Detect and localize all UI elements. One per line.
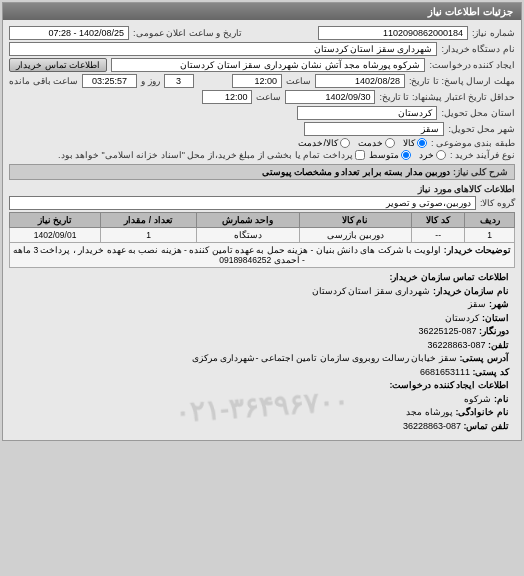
th-unit: واحد شمارش xyxy=(196,213,299,228)
process-radio-small[interactable]: خرد xyxy=(419,150,446,160)
items-section-title: اطلاعات کالاهای مورد نیاز xyxy=(9,184,515,194)
contact-post: 6681653111 xyxy=(420,367,470,377)
th-code: کد کالا xyxy=(411,213,464,228)
items-table: ردیف کد کالا نام کالا واحد شمارش تعداد /… xyxy=(9,212,515,268)
requester-name-label2: نام: xyxy=(494,394,509,404)
process-radio-medium[interactable]: متوسط xyxy=(369,150,411,160)
province-label: استان محل تحویل: xyxy=(441,108,515,118)
subject-radio-service-input[interactable] xyxy=(385,138,395,148)
contact-city-label: شهر: xyxy=(489,299,509,309)
need-title-label: شرح کلی نیاز: xyxy=(453,167,508,177)
subject-radio-both-input[interactable] xyxy=(340,138,350,148)
subject-radio-service[interactable]: خدمت xyxy=(358,138,395,148)
td-qty: 1 xyxy=(101,228,197,243)
td-code: -- xyxy=(411,228,464,243)
contact-fax: 087-36225125 xyxy=(418,326,476,336)
contact-org-label: نام سازمان خریدار: xyxy=(433,286,509,296)
city-label: شهر محل تحویل: xyxy=(448,124,515,134)
process-note-check[interactable]: پرداخت تمام یا بخشی از مبلغ خرید،از محل … xyxy=(58,150,365,160)
subject-radio-kala[interactable]: کالا xyxy=(403,138,427,148)
contact-province: کردستان xyxy=(445,313,479,323)
days-remain-value: 3 xyxy=(164,74,194,88)
contact-tel-label: تلفن: xyxy=(488,340,509,350)
subject-radio-kala-label: کالا xyxy=(403,138,415,148)
requester-name: شرکوه xyxy=(464,394,491,404)
buyer-name-value: شهرداری سقز استان کردستان xyxy=(9,42,437,56)
requester-tel: 087-36228863 xyxy=(403,421,461,431)
subject-radio-both-label: کالا/خدمت xyxy=(298,138,338,148)
contact-tel: 087-36228863 xyxy=(427,340,485,350)
contact-addr: سقز خیابان رسالت روبروی سازمان تامین اجت… xyxy=(192,353,457,363)
contact-province-label: استان: xyxy=(482,313,509,323)
subject-class-radios: کالا خدمت کالا/خدمت xyxy=(298,138,427,148)
need-title-value: دوربین مدار بسته برابر تعداد و مشخصات پی… xyxy=(262,167,451,177)
contact-fax-label: دورنگار: xyxy=(479,326,509,336)
table-header-row: ردیف کد کالا نام کالا واحد شمارش تعداد /… xyxy=(10,213,515,228)
contact-title: اطلاعات تماس سازمان خریدار: xyxy=(390,272,510,282)
province-value: کردستان xyxy=(297,106,437,120)
need-title-legend: شرح کلی نیاز: دوربین مدار بسته برابر تعد… xyxy=(9,164,515,180)
table-desc-row: توضیحات خریدار: اولویت با شرکت های دانش … xyxy=(10,243,515,268)
td-row: 1 xyxy=(465,228,515,243)
contact-org: شهرداری سقز استان کردستان xyxy=(312,286,431,296)
details-panel: جزئیات اطلاعات نیاز شماره نیاز: 11020908… xyxy=(2,2,522,441)
days-remain-label: روز و xyxy=(141,76,160,86)
process-radio-medium-label: متوسط xyxy=(369,150,399,160)
process-note-text: پرداخت تمام یا بخشی از مبلغ خرید،از محل … xyxy=(58,150,353,160)
contact-city: سقز xyxy=(468,299,486,309)
requester-family-label: نام خانوادگی: xyxy=(456,407,510,417)
hour-label-1: ساعت xyxy=(286,76,311,86)
requester-name-label: ایجاد کننده درخواست: xyxy=(429,60,515,70)
process-radio-small-input[interactable] xyxy=(436,150,446,160)
time-remain-label: ساعت باقی مانده xyxy=(9,76,78,86)
contact-info-button[interactable]: اطلاعات تماس خریدار xyxy=(9,58,107,72)
subject-radio-kala-input[interactable] xyxy=(417,138,427,148)
panel-body: شماره نیاز: 1102090862000184 تاریخ و ساع… xyxy=(3,20,521,440)
requester-tel-label: تلفن تماس: xyxy=(464,421,510,431)
announce-dt-value: 1402/08/25 - 07:28 xyxy=(9,26,129,40)
requester-family: پورشاه مجد xyxy=(406,407,453,417)
process-type-radios: خرد متوسط xyxy=(369,150,446,160)
response-date-value: 1402/08/28 xyxy=(315,74,405,88)
subject-class-label: طبقه بندی موضوعی : xyxy=(431,138,515,148)
time-remain-value: 03:25:57 xyxy=(82,74,137,88)
process-note-checkbox[interactable] xyxy=(355,150,365,160)
contact-block: اطلاعات تماس سازمان خریدار: نام سازمان خ… xyxy=(9,268,515,436)
process-type-label: نوع فرآیند خرید : xyxy=(450,150,515,160)
contact-post-label: کد پستی: xyxy=(473,367,510,377)
th-date: تاریخ نیاز xyxy=(10,213,101,228)
th-name: نام کالا xyxy=(299,213,411,228)
td-unit: دستگاه xyxy=(196,228,299,243)
request-no-label: شماره نیاز: xyxy=(472,28,515,38)
requester-contact-title: اطلاعات ایجاد کننده درخواست: xyxy=(390,380,510,390)
item-group-label: گروه کالا: xyxy=(480,198,515,208)
response-deadline-label: مهلت ارسال پاسخ: تا تاریخ: xyxy=(409,76,515,86)
process-radio-medium-input[interactable] xyxy=(401,150,411,160)
subject-radio-service-label: خدمت xyxy=(358,138,383,148)
buyer-name-label: نام دستگاه خریدار: xyxy=(441,44,515,54)
buyer-desc-value: اولویت با شرکت های دانش بنیان - هزینه حم… xyxy=(13,245,441,265)
buyer-desc-label: توضیحات خریدار: xyxy=(444,245,511,255)
item-group-value: دوربین،صوتی و تصویر xyxy=(9,196,476,210)
hour-label-2: ساعت xyxy=(256,92,281,102)
th-row: ردیف xyxy=(465,213,515,228)
table-row: 1 -- دوربین بازرسی دستگاه 1 1402/09/01 xyxy=(10,228,515,243)
announce-dt-label: تاریخ و ساعت اعلان عمومی: xyxy=(133,28,242,38)
validity-label: حداقل تاریخ اعتبار پیشنهاد: تا تاریخ: xyxy=(379,92,515,102)
td-date: 1402/09/01 xyxy=(10,228,101,243)
city-value: سقز xyxy=(304,122,444,136)
td-name: دوربین بازرسی xyxy=(299,228,411,243)
request-no-value: 1102090862000184 xyxy=(318,26,468,40)
requester-name-value: شرکوه پورشاه مجد آتش نشان شهرداری سقز اس… xyxy=(111,58,425,72)
process-radio-small-label: خرد xyxy=(419,150,434,160)
subject-radio-both[interactable]: کالا/خدمت xyxy=(298,138,350,148)
panel-title: جزئیات اطلاعات نیاز xyxy=(3,3,521,20)
contact-addr-label: آدرس پستی: xyxy=(460,353,510,363)
validity-hour-value: 12:00 xyxy=(202,90,252,104)
th-qty: تعداد / مقدار xyxy=(101,213,197,228)
response-hour-value: 12:00 xyxy=(232,74,282,88)
validity-date-value: 1402/09/30 xyxy=(285,90,375,104)
